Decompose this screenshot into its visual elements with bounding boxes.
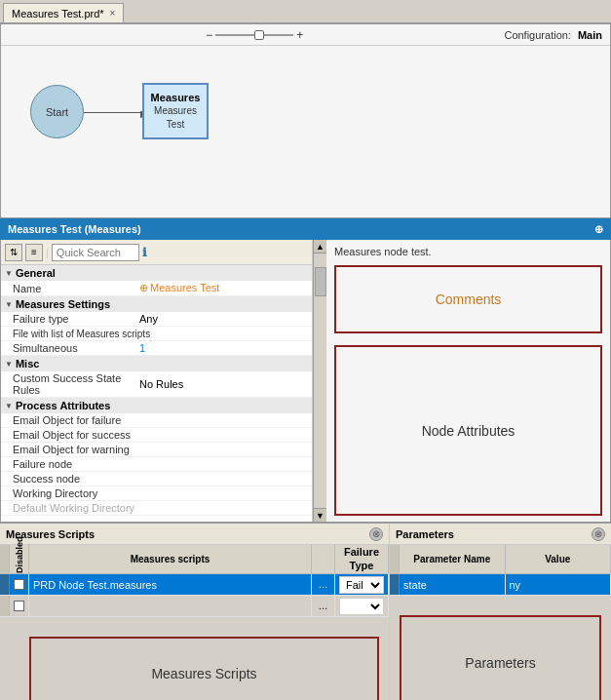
section-measures-label: Measures Settings [16, 298, 110, 310]
th-scripts: Measures scripts [29, 545, 312, 573]
prop-simultaneous-value: 1 [139, 342, 308, 354]
node-measures-sub2: Test [167, 119, 184, 131]
params-panel-header: Parameters ⊗ [390, 524, 611, 545]
prop-failure-type-label: Failure type [13, 313, 139, 325]
canvas-toolbar: − + Configuration: Main [1, 24, 610, 46]
prop-custom-success-value: No Rules [139, 378, 308, 390]
panel-title: Measures Test (Measures) [8, 223, 141, 235]
zoom-slider-area: − + [9, 28, 500, 42]
tab-label: Measures Test.prd* [12, 8, 104, 19]
scroll-down[interactable]: ▼ [314, 508, 327, 522]
scripts-placeholder-label: Measures Scripts [151, 666, 256, 681]
node-measures[interactable]: Measures Measures Test [142, 83, 209, 139]
zoom-thumb [254, 30, 264, 40]
params-panel-title: Parameters [396, 528, 454, 540]
node-description: Measures node test. [334, 246, 602, 257]
props-toolbar: ⇅ ≡ | ℹ [1, 240, 312, 265]
td-script-1: PRD Node Test.measures [29, 574, 312, 595]
props-right: Measures node test. Comments Node Attrib… [326, 240, 610, 522]
measures-scripts-panel: Measures Scripts ⊗ Disabled Measures scr… [0, 524, 390, 700]
th-param-value: Value [506, 545, 612, 573]
pin-icon[interactable]: ⊕ [594, 223, 603, 236]
search-input[interactable] [52, 244, 139, 261]
props-left: ⇅ ≡ | ℹ ▼ General Name ⊕Measures Test ▼ … [1, 240, 313, 522]
prop-email-warning-label: Email Object for warning [13, 444, 139, 455]
scripts-row-2[interactable]: … [0, 596, 389, 617]
zoom-slider[interactable] [215, 34, 293, 36]
checkbox-2[interactable] [14, 601, 24, 611]
tab-measures-test[interactable]: Measures Test.prd* × [3, 3, 124, 22]
props-list: ▼ General Name ⊕Measures Test ▼ Measures… [1, 265, 312, 522]
section-general[interactable]: ▼ General [1, 265, 312, 281]
td-fail-1[interactable]: Fail [335, 574, 389, 595]
canvas-area: − + Configuration: Main Start ▶ Measures… [0, 23, 611, 218]
prop-default-working: Default Working Directory [1, 501, 312, 516]
node-start[interactable]: Start [30, 85, 84, 138]
node-measures-sub1: Measures [154, 105, 197, 117]
section-misc[interactable]: ▼ Misc [1, 356, 312, 371]
section-misc-label: Misc [16, 358, 39, 369]
td-stripe-1 [0, 574, 10, 595]
td-param-value-1: ny [506, 574, 612, 595]
prop-default-working-label: Default Working Directory [13, 502, 139, 514]
td-fail-2[interactable] [335, 596, 389, 616]
params-table-body: Parameters [390, 596, 611, 700]
zoom-plus[interactable]: + [296, 28, 303, 42]
node-measures-title: Measures [151, 92, 201, 103]
prop-email-failure: Email Object for failure [1, 413, 312, 428]
prop-success-node-label: Success node [13, 473, 139, 485]
scripts-table-header: Disabled Measures scripts Failure Type [0, 545, 389, 574]
comments-label: Comments [436, 292, 502, 307]
props-scrollbar[interactable]: ▲ ▼ [313, 240, 326, 522]
params-close-button[interactable]: ⊗ [592, 527, 605, 541]
triangle-process: ▼ [5, 402, 13, 410]
prop-file-list: File with list of Measures scripts [1, 327, 312, 341]
section-process-attrs[interactable]: ▼ Process Attributes [1, 398, 312, 413]
prop-simultaneous-label: Simultaneous [13, 342, 139, 354]
scroll-up[interactable]: ▲ [314, 240, 327, 253]
filter-icon-btn[interactable]: ≡ [25, 244, 43, 261]
params-table-header: Parameter Name Value [390, 545, 611, 574]
prop-email-success: Email Object for success [1, 428, 312, 443]
td-check-2[interactable] [10, 596, 29, 616]
section-general-label: General [16, 267, 56, 279]
prop-name-value: ⊕Measures Test [139, 282, 308, 294]
tab-close-button[interactable]: × [110, 9, 116, 19]
prop-custom-success: Custom Success State Rules No Rules [1, 371, 312, 398]
td-param-stripe-1 [390, 574, 400, 595]
td-param-name-1: state [400, 574, 506, 595]
scripts-close-button[interactable]: ⊗ [369, 527, 383, 541]
params-panel: Parameters ⊗ Parameter Name Value state … [390, 524, 611, 700]
prop-email-failure-label: Email Object for failure [13, 414, 139, 426]
prop-email-success-label: Email Object for success [13, 429, 139, 441]
fail-select-2[interactable] [339, 598, 384, 615]
prop-failure-type: Failure type Any [1, 312, 312, 327]
diagram-canvas: Start ▶ Measures Measures Test [1, 46, 610, 216]
zoom-minus[interactable]: − [206, 28, 212, 42]
properties-section: ⇅ ≡ | ℹ ▼ General Name ⊕Measures Test ▼ … [0, 240, 611, 523]
comments-box: Comments [334, 265, 602, 333]
node-attr-label: Node Attributes [422, 423, 516, 439]
params-placeholder: Parameters [400, 615, 601, 700]
section-measures-settings[interactable]: ▼ Measures Settings [1, 296, 312, 312]
td-dots-1[interactable]: … [312, 574, 335, 595]
td-script-2 [29, 596, 312, 616]
sort-icon-btn[interactable]: ⇅ [5, 244, 22, 261]
scripts-row-1[interactable]: PRD Node Test.measures … Fail [0, 574, 389, 596]
th-disabled: Disabled [10, 545, 29, 573]
prop-name: Name ⊕Measures Test [1, 281, 312, 296]
td-check-1[interactable] [10, 574, 29, 595]
prop-email-warning: Email Object for warning [1, 443, 312, 457]
triangle-general: ▼ [5, 269, 13, 278]
triangle-measures: ▼ [5, 300, 13, 309]
scripts-panel-header: Measures Scripts ⊗ [0, 524, 389, 545]
config-label: Configuration: [504, 29, 571, 41]
connector-line [84, 112, 142, 113]
fail-select-1[interactable]: Fail [339, 576, 384, 594]
node-attr-box: Node Attributes [334, 345, 602, 516]
checkbox-1[interactable] [14, 579, 24, 590]
params-row-1[interactable]: state ny [390, 574, 611, 596]
prop-custom-success-label: Custom Success State Rules [13, 372, 139, 396]
td-dots-2[interactable]: … [312, 596, 335, 616]
scroll-thumb[interactable] [315, 267, 326, 296]
